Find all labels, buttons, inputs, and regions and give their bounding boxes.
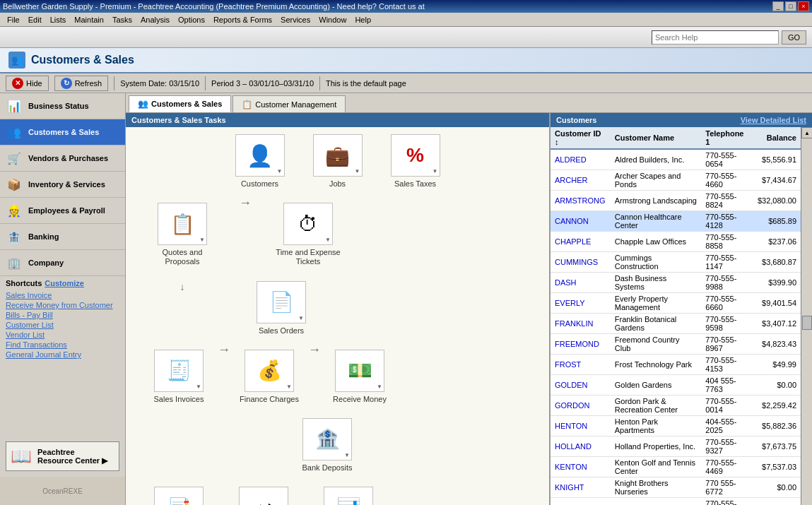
sidebar-item-inventory-services[interactable]: 📦 Inventory & Services	[0, 172, 125, 198]
task-credits-returns[interactable]: ↩ ▼ Credits and Returns	[232, 487, 295, 505]
table-row[interactable]: FROST Frost Technology Park 770-555-4153…	[551, 355, 801, 375]
sidebar-item-company[interactable]: 🏢 Company	[0, 250, 125, 276]
close-button[interactable]: ×	[798, 1, 809, 11]
tasks-panel: Customers & Sales Tasks 👤 ▼ Customers	[126, 113, 550, 505]
shortcut-general-journal[interactable]: General Journal Entry	[6, 350, 119, 360]
table-row[interactable]: MASON Mason Office Park 770-555-3311 $49…	[551, 498, 801, 506]
sidebar-item-business-status[interactable]: 📊 Business Status	[0, 93, 125, 119]
customer-id-link[interactable]: FREEMOND	[555, 340, 599, 348]
table-row[interactable]: CANNON Cannon Healthcare Center 770-555-…	[551, 211, 801, 232]
menu-maintain[interactable]: Maintain	[70, 14, 108, 25]
task-bank-deposits[interactable]: 🏦 ▼ Bank Deposits	[295, 418, 359, 473]
customer-phone: 770 555-6772	[701, 477, 753, 498]
table-row[interactable]: DASH Dash Business Systems 770-555-9988 …	[551, 273, 801, 293]
shortcut-vendor-list[interactable]: Vendor List	[6, 330, 119, 340]
table-row[interactable]: ALDRED Aldred Builders, Inc. 770-555-065…	[551, 149, 801, 170]
customer-id-link[interactable]: ARCHER	[555, 176, 587, 184]
task-receive-money[interactable]: 💵 ▼ Receive Money	[328, 350, 392, 404]
view-detailed-list-link[interactable]: View Detailed List	[741, 116, 806, 124]
table-row[interactable]: KNIGHT Knight Brothers Nurseries 770 555…	[551, 477, 801, 498]
menu-help[interactable]: Help	[351, 14, 375, 25]
customer-id-link[interactable]: GORDON	[555, 401, 590, 410]
customer-id-link[interactable]: DASH	[555, 278, 577, 287]
shortcut-receive-money[interactable]: Receive Money from Customer	[6, 300, 119, 310]
customer-id-link[interactable]: KNIGHT	[555, 483, 584, 492]
shortcut-sales-invoice[interactable]: Sales Invoice	[6, 290, 119, 300]
menu-file[interactable]: File	[3, 14, 24, 25]
table-row[interactable]: FRANKLIN Franklin Botanical Gardens 770-…	[551, 314, 801, 334]
shortcut-bills[interactable]: Bills - Pay Bill	[6, 310, 119, 320]
table-row[interactable]: HOLLAND Holland Properties, Inc. 770-555…	[551, 436, 801, 457]
sidebar-item-employees-payroll[interactable]: 👷 Employees & Payroll	[0, 198, 125, 224]
col-balance[interactable]: Balance	[753, 127, 801, 149]
customize-link[interactable]: Customize	[45, 279, 84, 287]
table-row[interactable]: HENTON Henton Park Apartments 404-555-20…	[551, 416, 801, 436]
customer-id-link[interactable]: EVERLY	[555, 299, 585, 307]
customer-id-link[interactable]: ARMSTRONG	[555, 196, 606, 205]
tab-customers-sales[interactable]: 👥 Customers & Sales	[129, 95, 231, 112]
task-sales-orders[interactable]: 📄 ▼ Sales Orders	[246, 281, 317, 335]
maximize-button[interactable]: □	[785, 1, 796, 11]
scroll-thumb[interactable]	[802, 316, 812, 330]
hide-button[interactable]: ✕ Hide	[6, 76, 49, 91]
col-telephone[interactable]: Telephone 1	[701, 127, 753, 149]
banking-icon: 🏦	[6, 228, 23, 245]
task-reports[interactable]: 📊 ▼ Reports	[317, 487, 380, 505]
menu-edit[interactable]: Edit	[24, 14, 46, 25]
sidebar-item-vendors-purchases[interactable]: 🛒 Vendors & Purchases	[0, 145, 125, 172]
task-sales-taxes[interactable]: % ▼ Sales Taxes	[384, 134, 447, 189]
menu-window[interactable]: Window	[314, 14, 351, 25]
shortcut-find-transactions[interactable]: Find Transactions	[6, 340, 119, 350]
sidebar-item-banking[interactable]: 🏦 Banking	[0, 224, 125, 250]
customer-id-link[interactable]: CHAPPLE	[555, 237, 591, 246]
table-scrollbar[interactable]: ▲ ▼	[801, 127, 812, 505]
menu-lists[interactable]: Lists	[46, 14, 71, 25]
customer-id-link[interactable]: ALDRED	[555, 155, 587, 164]
col-customer-id[interactable]: Customer ID ↕	[551, 127, 611, 149]
table-row[interactable]: CUMMINGS Cummings Construction 770-555-1…	[551, 252, 801, 273]
table-row[interactable]: GOLDEN Golden Gardens 404 555-7763 $0.00	[551, 375, 801, 396]
menu-analysis[interactable]: Analysis	[136, 14, 174, 25]
go-button[interactable]: GO	[782, 30, 806, 44]
customer-name: Armstrong Landscaping	[611, 191, 702, 211]
task-sales-invoices[interactable]: 🧾 ▼ Sales Invoices	[147, 350, 211, 404]
menu-tasks[interactable]: Tasks	[108, 14, 136, 25]
col-customer-name[interactable]: Customer Name	[611, 127, 702, 149]
table-row[interactable]: ARCHER Archer Scapes and Ponds 770-555-4…	[551, 170, 801, 191]
refresh-button[interactable]: ↻ Refresh	[54, 76, 109, 91]
customer-id-link[interactable]: CUMMINGS	[555, 258, 598, 266]
customer-id-link[interactable]: KENTON	[555, 463, 587, 471]
table-row[interactable]: EVERLY Everly Property Management 770-55…	[551, 293, 801, 314]
task-finance-charges[interactable]: 💰 ▼ Finance Charges	[237, 350, 301, 404]
search-input[interactable]	[652, 30, 779, 44]
menu-services[interactable]: Services	[276, 14, 314, 25]
scroll-up-btn[interactable]: ▲	[801, 127, 812, 138]
customer-id-link[interactable]: FRANKLIN	[555, 319, 593, 328]
customers-icon: 👤	[247, 143, 273, 168]
customer-id-link[interactable]: FROST	[555, 360, 581, 369]
table-row[interactable]: KENTON Kenton Golf and Tennis Center 770…	[551, 457, 801, 477]
task-customers[interactable]: 👤 ▼ Customers	[228, 134, 292, 189]
task-customer-statements[interactable]: 📑 ▼ Customer Statements	[147, 487, 211, 505]
menu-options[interactable]: Options	[174, 14, 209, 25]
table-row[interactable]: CHAPPLE Chapple Law Offices 770-555-8858…	[551, 232, 801, 252]
table-row[interactable]: GORDON Gordon Park & Recreation Center 7…	[551, 396, 801, 416]
sidebar-item-customers-sales[interactable]: 👥 Customers & Sales	[0, 119, 125, 145]
minimize-button[interactable]: _	[772, 1, 784, 11]
task-time-expense[interactable]: ⏱ ▼ Time and Expense Tickets	[273, 203, 343, 266]
customer-id-link[interactable]: HOLLAND	[555, 442, 592, 451]
table-row[interactable]: ARMSTRONG Armstrong Landscaping 770-555-…	[551, 191, 801, 211]
table-row[interactable]: FREEMOND Freemond Country Club 770-555-8…	[551, 334, 801, 355]
resource-center[interactable]: 📖 PeachtreeResource Center ▶	[6, 441, 119, 471]
shortcut-customer-list[interactable]: Customer List	[6, 320, 119, 330]
tab-customer-management[interactable]: 📋 Customer Management	[233, 95, 346, 112]
finance-charges-label: Finance Charges	[240, 395, 299, 404]
menu-reports-forms[interactable]: Reports & Forms	[209, 14, 276, 25]
task-jobs[interactable]: 💼 ▼ Jobs	[306, 134, 370, 189]
task-quotes-proposals[interactable]: 📋 ▼ Quotes and Proposals	[147, 203, 218, 266]
customer-id-link[interactable]: HENTON	[555, 422, 587, 430]
customer-id-link[interactable]: GOLDEN	[555, 381, 587, 389]
customer-name: Cummings Construction	[611, 252, 702, 273]
customer-id-link[interactable]: CANNON	[555, 217, 589, 225]
customer-statements-icon-box: 📑 ▼	[154, 487, 204, 505]
